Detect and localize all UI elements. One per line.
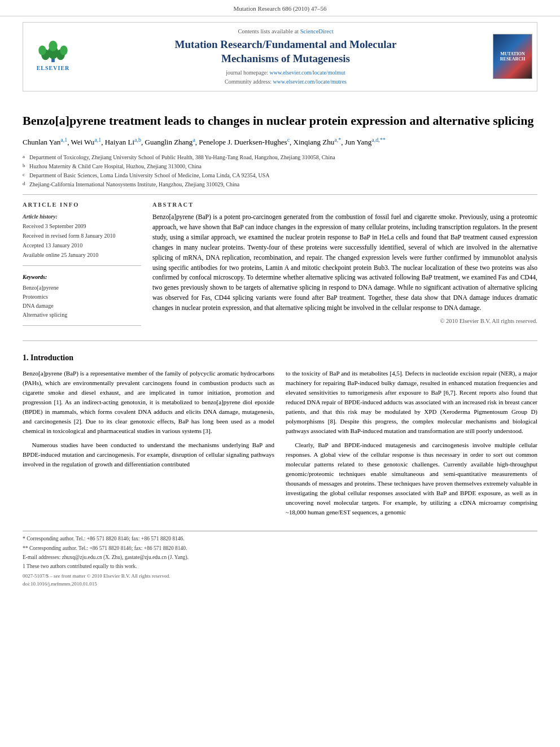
affiliation-a: aDepartment of Toxicology, Zhejiang Univ… [23,153,537,161]
journal-banner: ELSEVIER Contents lists available at Sci… [23,22,537,91]
intro-para-2: Numerous studies have been conducted to … [23,440,274,469]
elsevier-tree-icon [36,41,70,63]
affiliation-c: cDepartment of Basic Sciences, Loma Lind… [23,171,537,180]
footnote-2: ** Corresponding author. Tel.: +86 571 8… [23,544,537,552]
keywords-section: Keywords: Benzo[a]pyrene Proteomics DNA … [23,272,141,320]
keyword-4: Alternative splicing [23,311,141,320]
intro-para-4: Clearly, BaP and BPDE-induced mutagenesi… [286,440,537,517]
journal-url1[interactable]: www.elsevier.com/locate/molmut [269,69,345,76]
history-label: Article history: [23,212,141,221]
abstract-label: ABSTRACT [152,200,537,209]
available-date: Available online 25 January 2010 [23,251,141,260]
journal-citation: Mutation Research 686 (2010) 47–56 [234,5,327,12]
intro-right-col: to the toxicity of BaP and its metabolit… [286,369,537,522]
main-content: Benzo[a]pyrene treatment leads to change… [0,97,560,600]
svg-point-5 [60,46,67,55]
divider-1 [23,194,537,195]
intro-para-3: to the toxicity of BaP and its metabolit… [286,369,537,436]
page-wrapper: Mutation Research 686 (2010) 47–56 ELSEV… [0,0,560,599]
svg-point-6 [49,41,57,51]
issn-text: 0027-5107/$ – see front matter © 2010 El… [23,573,537,580]
elsevier-logo-area: ELSEVIER [28,41,78,73]
divider-keywords [23,265,141,266]
keyword-3: DNA damage [23,302,141,311]
elsevier-wordmark: ELSEVIER [37,64,70,73]
revised-date: Received in revised form 8 January 2010 [23,231,141,241]
keywords-list: Benzo[a]pyrene Proteomics DNA damage Alt… [23,283,141,320]
article-info-column: ARTICLE INFO Article history: Received 3… [23,200,141,331]
journal-header: Mutation Research 686 (2010) 47–56 [0,0,560,16]
divider-body [23,340,537,341]
journal-title: Mutation Research/Fundamental and Molecu… [85,38,486,65]
introduction-section: 1. Introduction Benzo[a]pyrene (BaP) is … [23,352,537,522]
introduction-heading: 1. Introduction [23,352,537,364]
abstract-column: ABSTRACT Benzo[a]pyrene (BaP) is a poten… [152,200,537,331]
footnote-1: * Corresponding author. Tel.: +86 571 88… [23,535,537,543]
affiliations: aDepartment of Toxicology, Zhejiang Univ… [23,153,537,189]
journal-thumbnail: MUTATION RESEARCH [493,34,532,79]
journal-url2[interactable]: www.elsevier.com/locate/mutres [273,78,347,85]
banner-center: Contents lists available at ScienceDirec… [85,27,486,86]
introduction-body: Benzo[a]pyrene (BaP) is a representative… [23,369,537,522]
abstract-text: Benzo[a]pyrene (BaP) is a potent pro-car… [152,212,537,313]
copyright-line: © 2010 Elsevier B.V. All rights reserved… [152,317,537,325]
sciencedirect-link[interactable]: ScienceDirect [300,28,334,34]
authors: Chunlan Yana,1, Wei Wua,1, Haiyan Lia,b,… [23,136,537,148]
received-date: Received 3 September 2009 [23,222,141,231]
affiliation-b: bHuzhou Maternity & Child Care Hospital,… [23,162,537,171]
article-info-abstract: ARTICLE INFO Article history: Received 3… [23,200,537,331]
footnote-email: E-mail addresses: zhuxq@zju.edu.cn (X. Z… [23,553,537,561]
article-history: Article history: Received 3 September 20… [23,212,141,260]
affiliation-d: dZhejiang-California International Nanos… [23,180,537,189]
doi-text: doi:10.1016/j.mrfmmm.2010.01.015 [23,580,537,588]
contents-line: Contents lists available at ScienceDirec… [85,27,486,36]
journal-urls: journal homepage: www.elsevier.com/locat… [85,68,486,86]
footnotes: * Corresponding author. Tel.: +86 571 88… [23,531,537,588]
divider-end-info [23,325,141,326]
footnote-3: 1 These two authors contributed equally … [23,562,537,570]
svg-point-4 [38,46,46,55]
intro-para-1: Benzo[a]pyrene (BaP) is a representative… [23,369,274,436]
article-title: Benzo[a]pyrene treatment leads to change… [23,113,537,129]
elsevier-logo: ELSEVIER [36,41,70,73]
thumb-label: MUTATION RESEARCH [493,49,532,64]
keywords-label: Keywords: [23,274,47,280]
intro-left-col: Benzo[a]pyrene (BaP) is a representative… [23,369,274,522]
issn-line: 0027-5107/$ – see front matter © 2010 El… [23,573,537,588]
accepted-date: Accepted 13 January 2010 [23,241,141,250]
keyword-2: Proteomics [23,292,141,302]
article-info-label: ARTICLE INFO [23,200,141,209]
keyword-1: Benzo[a]pyrene [23,283,141,292]
